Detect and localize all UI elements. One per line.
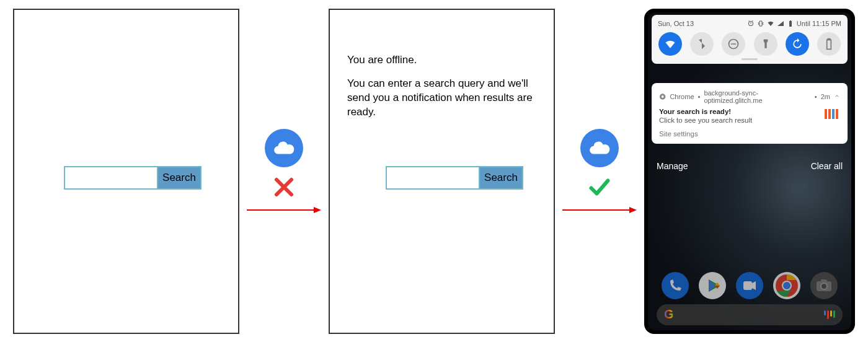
toggle-rotate[interactable]: [786, 32, 809, 56]
notification-source: background-sync-optimized.glitch.me: [704, 89, 810, 104]
svg-point-7: [662, 95, 664, 98]
phone-frame: Sun, Oct 13 Until 11:15 PM: [644, 9, 855, 334]
search-input[interactable]: [387, 167, 479, 188]
app-play-icon[interactable]: [699, 272, 726, 299]
notification-body: Your search is ready! Click to see you s…: [659, 108, 840, 138]
assistant-icon[interactable]: [824, 310, 835, 319]
notification-text: Click to see you search result: [659, 116, 819, 124]
phone-screen: Sun, Oct 13 Until 11:15 PM: [648, 12, 851, 330]
app-chrome-icon[interactable]: [773, 272, 800, 299]
notification-title: Your search is ready!: [659, 108, 819, 115]
svg-marker-3: [629, 207, 637, 213]
quick-toggle-row: [658, 32, 841, 56]
offline-message-block: You are offline. You can enter a search …: [347, 53, 546, 130]
svg-rect-10: [832, 109, 835, 119]
offline-title: You are offline.: [347, 53, 546, 68]
toggle-wifi[interactable]: [658, 32, 682, 56]
wifi-icon: [767, 20, 774, 27]
check-icon: [588, 176, 611, 198]
svg-point-27: [821, 283, 827, 289]
cross-icon: [273, 176, 295, 198]
vibrate-icon: [757, 20, 764, 27]
notif-footer-row: Manage Clear all: [657, 161, 843, 171]
battery-icon: [787, 20, 794, 27]
panel-offline: You are offline. You can enter a search …: [329, 9, 555, 334]
svg-rect-8: [825, 109, 827, 119]
toggle-battery-saver[interactable]: [817, 32, 841, 56]
notification-app: Chrome: [670, 93, 694, 100]
svg-marker-1: [314, 207, 321, 213]
google-logo-icon: G: [664, 307, 674, 322]
status-icons: Until 11:15 PM: [747, 20, 841, 27]
search-group: Search: [64, 166, 202, 190]
svg-rect-11: [836, 109, 838, 119]
cloud-icon: [580, 129, 619, 167]
connector-sync-success: [561, 9, 638, 334]
svg-point-24: [783, 282, 790, 289]
toggle-dnd[interactable]: [722, 32, 745, 56]
diagram-row: Search You are offline. You can enter a …: [13, 9, 855, 334]
connector-offline-fail: [246, 9, 322, 334]
status-until: Until 11:15 PM: [797, 20, 841, 27]
search-button[interactable]: Search: [479, 167, 522, 188]
app-phone-icon[interactable]: [662, 272, 689, 299]
app-duo-icon[interactable]: [736, 272, 763, 299]
arrow-icon: [562, 207, 637, 213]
google-search-pill[interactable]: G: [657, 304, 843, 325]
offline-message: You can enter a search query and we'll s…: [347, 77, 546, 120]
svg-rect-28: [821, 279, 827, 283]
app-dock: [648, 272, 851, 299]
status-bar: Sun, Oct 13 Until 11:15 PM: [658, 20, 841, 27]
clear-all-button[interactable]: Clear all: [811, 161, 843, 171]
panel-initial: Search: [13, 9, 239, 334]
quick-settings-panel: Sun, Oct 13 Until 11:15 PM: [652, 15, 848, 64]
toggle-bluetooth[interactable]: [690, 32, 714, 56]
drag-handle-icon[interactable]: [742, 58, 758, 60]
notification-card[interactable]: Chrome • background-sync-optimized.glitc…: [652, 83, 848, 144]
svg-point-12: [662, 272, 689, 299]
notification-time: 2m: [821, 93, 830, 100]
cloud-icon: [265, 129, 303, 167]
site-emblem-icon: [824, 108, 840, 120]
app-camera-icon[interactable]: [810, 272, 838, 299]
svg-rect-19: [743, 281, 752, 290]
chrome-small-icon: [659, 93, 666, 100]
alarm-icon: [747, 20, 755, 27]
chevron-up-icon[interactable]: [834, 93, 840, 100]
toggle-flashlight[interactable]: [754, 32, 777, 56]
manage-button[interactable]: Manage: [657, 161, 688, 171]
search-input[interactable]: [65, 167, 157, 188]
arrow-icon: [247, 207, 321, 213]
signal-icon: [777, 20, 784, 27]
search-group: Search: [386, 166, 523, 190]
status-date: Sun, Oct 13: [658, 20, 694, 27]
notification-header: Chrome • background-sync-optimized.glitc…: [659, 89, 840, 104]
svg-rect-9: [828, 109, 831, 119]
notification-action[interactable]: Site settings: [659, 130, 819, 138]
search-button[interactable]: Search: [157, 167, 200, 188]
